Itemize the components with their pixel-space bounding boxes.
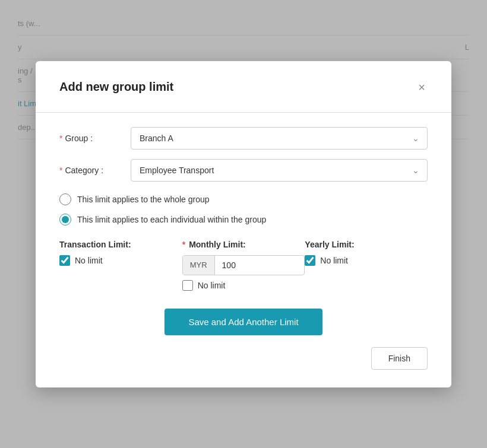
modal-overlay: Add new group limit × * Group : Branch A… [0, 0, 487, 448]
transaction-no-limit-checkbox[interactable] [59, 255, 70, 266]
transaction-limit-label: Transaction Limit: [59, 240, 182, 249]
group-label: * Group : [59, 134, 131, 143]
footer-section: Finish [59, 347, 428, 370]
header-divider [36, 112, 451, 113]
monthly-no-limit-checkbox[interactable] [182, 280, 193, 291]
currency-tag: MYR [183, 256, 215, 275]
modal-title: Add new group limit [59, 80, 173, 94]
yearly-limit-col: Yearly Limit: No limit [305, 240, 428, 291]
radio-whole-group-option[interactable]: This limit applies to the whole group [59, 193, 428, 205]
monthly-limit-col: * Monthly Limit: MYR No limit [182, 240, 305, 291]
monthly-no-limit-label: No limit [198, 281, 226, 290]
category-field-row: * Category : Employee Transport ⌄ [59, 159, 428, 182]
radio-individual-label: This limit applies to each individual wi… [77, 215, 266, 224]
radio-whole-group-label: This limit applies to the whole group [77, 195, 210, 204]
group-select-wrapper: Branch A ⌄ [131, 127, 428, 150]
transaction-limit-col: Transaction Limit: No limit [59, 240, 182, 291]
yearly-limit-content: No limit [305, 255, 428, 266]
modal-header: Add new group limit × [59, 79, 428, 96]
radio-individual[interactable] [59, 214, 71, 225]
group-field-row: * Group : Branch A ⌄ [59, 127, 428, 150]
radio-whole-group[interactable] [59, 193, 71, 205]
transaction-limit-content: No limit [59, 255, 182, 266]
yearly-no-limit-checkbox[interactable] [305, 255, 315, 266]
yearly-limit-label: Yearly Limit: [305, 240, 428, 249]
monthly-amount-input[interactable] [215, 256, 274, 275]
group-select[interactable]: Branch A [131, 127, 428, 150]
monthly-required-star: * [182, 240, 185, 249]
category-select[interactable]: Employee Transport [131, 159, 428, 182]
finish-button[interactable]: Finish [371, 347, 428, 370]
category-select-wrapper: Employee Transport ⌄ [131, 159, 428, 182]
group-required-star: * [59, 134, 62, 143]
limit-scope-section: This limit applies to the whole group Th… [59, 193, 428, 225]
monthly-limit-label: * Monthly Limit: [182, 240, 305, 249]
category-required-star: * [59, 166, 62, 175]
monthly-input-group: MYR [182, 255, 305, 275]
add-group-limit-modal: Add new group limit × * Group : Branch A… [36, 61, 451, 387]
limits-section: Transaction Limit: No limit * Monthly Li… [59, 240, 428, 291]
yearly-no-limit-label: No limit [320, 256, 348, 265]
action-section: Save and Add Another Limit [59, 309, 428, 335]
close-button[interactable]: × [416, 79, 428, 96]
category-label: * Category : [59, 166, 131, 175]
save-and-add-button[interactable]: Save and Add Another Limit [165, 309, 322, 335]
radio-individual-option[interactable]: This limit applies to each individual wi… [59, 214, 428, 225]
monthly-no-limit-row: No limit [182, 280, 305, 291]
transaction-no-limit-label: No limit [75, 256, 103, 265]
